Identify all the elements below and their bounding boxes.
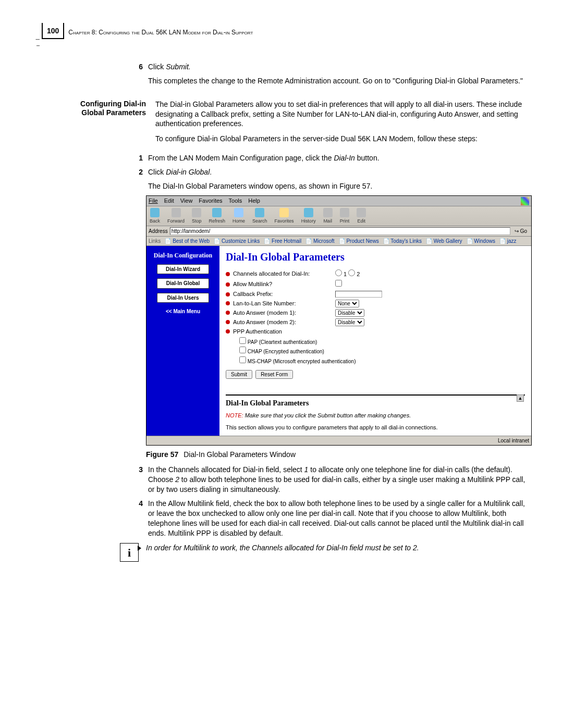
- step-4: 4 In the Allow Multilink field, check th…: [136, 499, 532, 538]
- step-number: 4: [136, 499, 143, 538]
- step-2-text: Click Dial-in Global.: [148, 167, 532, 177]
- dots-decoration: ····· ····: [35, 36, 40, 49]
- bullet-icon: [226, 301, 230, 305]
- step-3: 3 In the Channels allocated for Dial-in …: [136, 465, 532, 495]
- row-auto1: Auto Answer (modem 1): Disable: [226, 309, 525, 317]
- print-button[interactable]: Print: [340, 208, 350, 224]
- history-button[interactable]: History: [301, 208, 316, 224]
- windows-logo-icon: [521, 197, 529, 205]
- page-number: 100: [47, 27, 59, 35]
- main-title: Dial-In Global Parameters: [226, 250, 525, 264]
- help-desc: This section allows you to configure par…: [226, 424, 525, 431]
- row-auto2: Auto Answer (modem 2): Disable: [226, 318, 525, 326]
- sidebar-btn-users[interactable]: Dial-In Users: [157, 293, 209, 303]
- menu-tools[interactable]: Tools: [229, 197, 242, 205]
- links-bar-item[interactable]: 📄 Best of the Web: [165, 238, 210, 245]
- back-button[interactable]: Back: [150, 208, 160, 224]
- links-bar: Links 📄 Best of the Web📄 Customize Links…: [146, 237, 531, 246]
- menu-favorites[interactable]: Favorites: [199, 197, 222, 205]
- bullet-icon: [226, 311, 230, 315]
- bullet-icon: [226, 282, 230, 287]
- links-bar-item[interactable]: 📄 Web Gallery: [426, 238, 462, 245]
- menu-help[interactable]: Help: [248, 197, 260, 205]
- mail-icon: [323, 208, 333, 217]
- auto1-select[interactable]: Disable: [335, 309, 364, 317]
- links-bar-item[interactable]: 📄 Product News: [339, 238, 379, 245]
- sidebar: Dial-In Configuration Dial-In Wizard Dia…: [146, 246, 219, 435]
- pap-checkbox[interactable]: [239, 337, 246, 344]
- step-6: 6 Click Submit. This completes the chang…: [136, 62, 532, 86]
- step-number: 2: [136, 167, 143, 191]
- step-1: 1 From the LAN Modem Main Configuration …: [136, 153, 532, 163]
- sidebar-main-menu[interactable]: << Main Menu: [157, 307, 209, 316]
- submit-button[interactable]: Submit: [226, 370, 252, 379]
- stop-button[interactable]: Stop: [192, 208, 202, 224]
- sidebar-btn-wizard[interactable]: Dial-In Wizard: [157, 264, 209, 275]
- history-icon: [304, 208, 313, 217]
- bullet-icon: [226, 272, 230, 276]
- help-pane: ▲ Dial-In Global Parameters NOTE: Make s…: [226, 394, 525, 431]
- mail-button[interactable]: Mail: [323, 208, 333, 224]
- main-panel: Dial-In Global Parameters Channels alloc…: [219, 246, 531, 435]
- figure-label: Figure 57: [146, 450, 178, 459]
- refresh-icon: [212, 208, 222, 217]
- forward-button[interactable]: Forward: [167, 208, 185, 224]
- step-2: 2 Click Dial-in Global. The Dial-In Glob…: [136, 167, 532, 191]
- address-label: Address: [149, 228, 168, 235]
- info-note-text: In order for Multilink to work, the Chan…: [146, 543, 532, 553]
- edit-button[interactable]: Edit: [357, 208, 366, 224]
- links-bar-item[interactable]: 📄 Today's Links: [383, 238, 422, 245]
- home-button[interactable]: Home: [232, 208, 245, 224]
- multilink-checkbox[interactable]: [335, 280, 342, 287]
- menu-view[interactable]: View: [180, 197, 193, 205]
- links-bar-item[interactable]: 📄 Customize Links: [214, 238, 260, 245]
- callback-input[interactable]: [335, 291, 382, 298]
- step-4-text: In the Allow Multilink field, check the …: [148, 499, 532, 538]
- lansite-select[interactable]: None: [335, 300, 359, 307]
- links-bar-item[interactable]: 📄 Free Hotmail: [264, 238, 301, 245]
- step-1-text: From the LAN Modem Main Configuration pa…: [148, 153, 532, 163]
- refresh-button[interactable]: Refresh: [209, 208, 226, 224]
- row-ppp: PPP Authentication: [226, 328, 525, 336]
- step-6-line1: Click Submit.: [148, 62, 532, 72]
- multilink-info-note: i In order for Multilink to work, the Ch…: [120, 543, 532, 562]
- chap-checkbox[interactable]: [239, 347, 246, 353]
- links-bar-item[interactable]: 📄 jazz: [499, 238, 517, 245]
- address-input[interactable]: [170, 227, 510, 235]
- links-bar-item[interactable]: 📄 Windows: [467, 238, 495, 245]
- sidebar-btn-global[interactable]: Dial-In Global: [157, 278, 209, 289]
- row-channels: Channels allocated for Dial-In: 1 2: [226, 269, 525, 278]
- auto2-select[interactable]: Disable: [335, 318, 364, 326]
- page-header: 100 ····· ···· Chapter 8: Configuring th…: [42, 26, 532, 39]
- favorites-button[interactable]: Favorites: [275, 208, 294, 224]
- go-button[interactable]: ↪ Go: [512, 228, 529, 235]
- scroll-up-icon[interactable]: ▲: [517, 394, 524, 402]
- step-3-text: In the Channels allocated for Dial-in fi…: [148, 465, 532, 495]
- auth-options: PAP (Cleartext authentication) CHAP (Enc…: [239, 337, 525, 365]
- section-config-dialin: Configuring Dial-in Global Parameters Th…: [42, 100, 532, 144]
- bullet-icon: [226, 292, 230, 297]
- section-intro: The Dial-in Global Parameters allow you …: [155, 100, 532, 129]
- status-right: Local intranet: [498, 437, 529, 445]
- links-bar-item[interactable]: 📄 Microsoft: [305, 238, 334, 245]
- forward-arrow-icon: [172, 208, 181, 217]
- home-icon: [234, 208, 243, 217]
- sidebar-title: Dial-In Configuration: [154, 251, 212, 260]
- channels-radio-1[interactable]: [335, 269, 342, 276]
- address-bar: Address ↪ Go: [146, 226, 531, 237]
- help-title: Dial-In Global Parameters: [226, 399, 525, 409]
- step-6-para2: This completes the change to the Remote …: [148, 76, 532, 86]
- page-number-box: 100 ····· ····: [42, 23, 64, 39]
- stop-icon: [192, 208, 201, 217]
- channels-radio-2[interactable]: [348, 269, 355, 276]
- search-icon: [255, 208, 264, 217]
- print-icon: [340, 208, 349, 217]
- menu-edit[interactable]: Edit: [164, 197, 174, 205]
- figure-caption: Figure 57Dial-In Global Parameters Windo…: [146, 450, 532, 460]
- bullet-icon: [226, 320, 230, 324]
- search-button[interactable]: Search: [252, 208, 267, 224]
- mschap-checkbox[interactable]: [239, 356, 246, 363]
- reset-button[interactable]: Reset Form: [255, 370, 293, 379]
- back-arrow-icon: [150, 208, 160, 217]
- menu-file[interactable]: File: [149, 197, 158, 205]
